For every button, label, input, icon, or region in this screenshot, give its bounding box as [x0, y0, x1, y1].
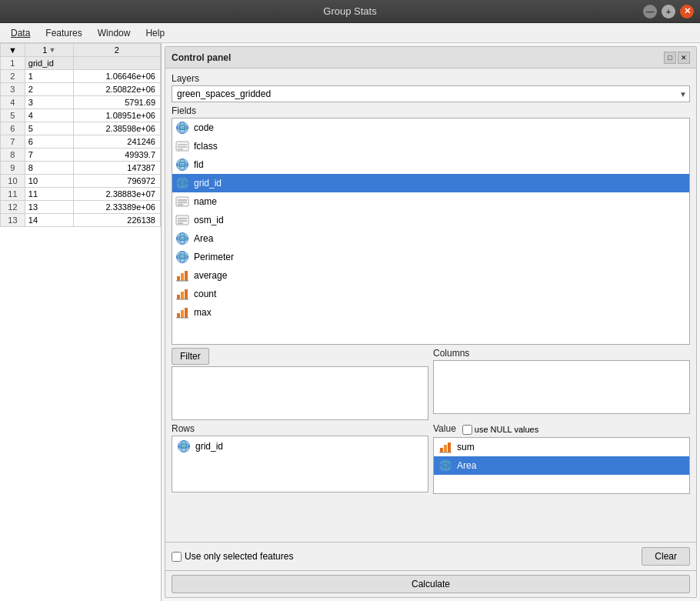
filter-box[interactable] — [172, 366, 428, 420]
filter-button[interactable]: Filter — [172, 348, 209, 365]
globe-icon — [175, 121, 189, 135]
calculate-button[interactable]: Calculate — [172, 575, 690, 593]
maximize-button[interactable]: + — [662, 5, 675, 18]
field-name: count — [194, 289, 216, 299]
close-button[interactable]: ✕ — [680, 5, 694, 18]
table-row: 13 14 226138 — [1, 214, 161, 227]
val-cell: 796972 — [73, 175, 160, 188]
menu-data[interactable]: Data — [5, 26, 36, 40]
field-icon — [175, 250, 189, 264]
table-row: 6 5 2.38598e+06 — [1, 122, 161, 135]
bottom-bar: Use only selected features Clear — [165, 542, 696, 570]
value-field-icon — [438, 459, 452, 472]
svg-rect-41 — [177, 295, 180, 299]
bar-chart-icon — [438, 440, 452, 454]
field-icon — [175, 269, 189, 282]
field-name: name — [194, 196, 217, 207]
field-icon — [175, 213, 189, 227]
field-name: Area — [194, 233, 213, 244]
value-box-item[interactable]: sum — [434, 438, 689, 456]
svg-rect-37 — [177, 276, 180, 281]
layer-select-container: green_spaces_gridded ▼ — [172, 85, 690, 102]
field-name: osm_id — [194, 215, 224, 225]
row-field-name: grid_id — [195, 441, 223, 452]
rows-value-row: Rows grid_id Value use NULL values — [172, 423, 690, 494]
row-num: 3 — [1, 83, 25, 96]
layers-section: Layers green_spaces_gridded ▼ — [172, 73, 690, 102]
id-cell: 14 — [25, 214, 73, 227]
field-item[interactable]: osm_id — [172, 211, 689, 229]
field-item[interactable]: grid_id — [172, 174, 689, 192]
action-buttons: Clear — [642, 547, 690, 566]
col2-header[interactable]: 2 — [73, 44, 160, 57]
value-box-item[interactable]: Area — [434, 456, 689, 475]
col1-header[interactable]: 1 ▼ — [25, 44, 73, 57]
table-row: 7 6 241246 — [1, 135, 161, 149]
svg-rect-45 — [177, 313, 180, 318]
cp-icon-btn-1[interactable]: □ — [664, 52, 676, 64]
field-item[interactable]: code — [172, 119, 689, 137]
svg-rect-56 — [448, 442, 451, 452]
table-row: 10 10 796972 — [1, 175, 161, 188]
cp-header: Control panel □ ✕ — [165, 47, 696, 68]
use-null-checkbox[interactable] — [462, 425, 472, 435]
row-num: 6 — [1, 122, 25, 135]
globe-icon — [177, 439, 191, 453]
row-num: 11 — [1, 188, 25, 201]
control-panel: Control panel □ ✕ Layers green_spaces_gr… — [165, 46, 697, 598]
fields-list[interactable]: code fclass fid grid_id name — [172, 118, 690, 345]
id-cell: 5 — [25, 122, 73, 135]
cp-header-icons: □ ✕ — [664, 52, 690, 64]
val-cell: 2.38883e+07 — [73, 188, 160, 201]
field-item[interactable]: fid — [172, 155, 689, 174]
rows-section: Rows grid_id — [172, 423, 428, 494]
col1-label: grid_id — [25, 57, 73, 70]
id-cell: 13 — [25, 201, 73, 214]
cp-icon-btn-2[interactable]: ✕ — [678, 52, 690, 64]
val-cell: 226138 — [73, 214, 160, 227]
calculate-row: Calculate — [165, 570, 696, 597]
val-cell: 2.38598e+06 — [73, 122, 160, 135]
value-box[interactable]: sum Area — [433, 437, 690, 494]
use-selected-container: Use only selected features — [172, 551, 293, 562]
use-selected-checkbox[interactable] — [172, 552, 182, 562]
layer-select[interactable]: green_spaces_gridded — [172, 85, 690, 102]
id-cell: 11 — [25, 188, 73, 201]
row-num: 4 — [1, 96, 25, 109]
menu-help[interactable]: Help — [139, 26, 171, 40]
field-name: fid — [194, 159, 204, 170]
menu-window[interactable]: Window — [92, 26, 137, 40]
field-item[interactable]: name — [172, 192, 689, 211]
field-item[interactable]: fclass — [172, 137, 689, 155]
id-cell: 8 — [25, 162, 73, 175]
field-item[interactable]: average — [172, 266, 689, 285]
field-item[interactable]: Perimeter — [172, 248, 689, 266]
val-cell: 5791.69 — [73, 96, 160, 109]
bar-chart-icon — [175, 287, 189, 301]
menu-features[interactable]: Features — [39, 26, 88, 40]
value-field-icon — [438, 440, 452, 454]
field-item[interactable]: Area — [172, 229, 689, 248]
rows-box-item[interactable]: grid_id — [172, 436, 428, 456]
rows-box[interactable]: grid_id — [172, 436, 428, 492]
value-header: Value use NULL values — [433, 423, 690, 436]
clear-button[interactable]: Clear — [642, 547, 690, 566]
globe-icon — [175, 158, 189, 172]
minimize-button[interactable]: — — [643, 5, 657, 18]
use-null-label: use NULL values — [475, 425, 538, 434]
field-item[interactable]: count — [172, 285, 689, 303]
svg-rect-47 — [185, 308, 188, 318]
field-name: Perimeter — [194, 252, 234, 262]
field-item[interactable]: max — [172, 303, 689, 322]
cp-title: Control panel — [172, 52, 231, 63]
id-cell: 4 — [25, 109, 73, 122]
columns-box[interactable] — [433, 360, 690, 414]
svg-rect-43 — [185, 289, 188, 299]
cp-body: Layers green_spaces_gridded ▼ Fields cod… — [165, 68, 696, 542]
val-cell: 2.50822e+06 — [73, 83, 160, 96]
row-num: 8 — [1, 149, 25, 162]
data-table: ▼ 1 ▼ 2 1 gri — [0, 43, 161, 227]
table-panel: ▼ 1 ▼ 2 1 gri — [0, 43, 162, 601]
field-icon — [175, 176, 189, 190]
filter-section: Filter — [172, 348, 428, 420]
